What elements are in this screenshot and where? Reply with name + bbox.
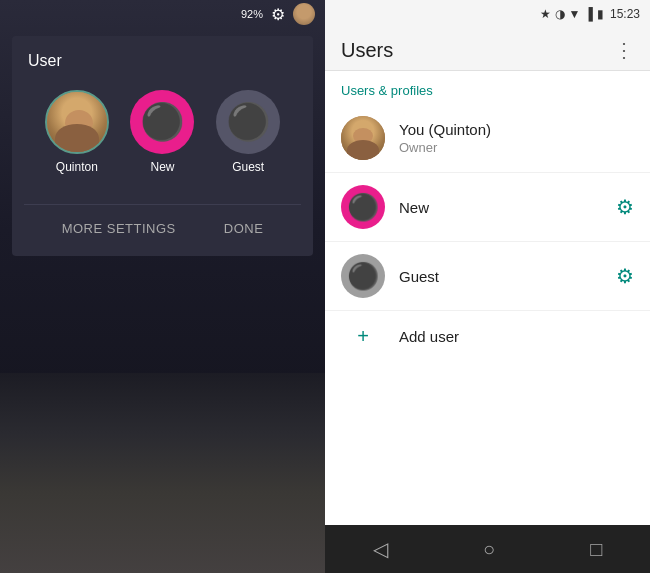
- guest-list-text: Guest: [399, 268, 616, 285]
- right-panel: ★ ◑ ▼ ▐ ▮ 15:23 Users ⋮ Users & profiles…: [325, 0, 650, 573]
- left-panel: 92% ⚙ User Quinton ⚫ New: [0, 0, 325, 573]
- bottom-nav: ◁ ○ □: [325, 525, 650, 573]
- content-area: Users & profiles You (Quinton) Owner ⚫ N…: [325, 71, 650, 525]
- quinton-list-name: You (Quinton): [399, 121, 634, 138]
- guest-gear-icon[interactable]: ⚙: [616, 264, 634, 288]
- page-title: Users: [341, 39, 393, 62]
- add-user-row[interactable]: + Add user: [325, 311, 650, 362]
- brightness-icon: ◑: [555, 7, 565, 21]
- user-item-guest[interactable]: ⚫ Guest: [216, 90, 280, 174]
- battery-indicator: 92%: [241, 8, 263, 20]
- more-options-button[interactable]: ⋮: [614, 38, 634, 62]
- status-bar-right: ★ ◑ ▼ ▐ ▮ 15:23: [325, 0, 650, 28]
- new-list-text: New: [399, 199, 616, 216]
- more-settings-button[interactable]: MORE SETTINGS: [58, 213, 180, 244]
- section-header: Users & profiles: [325, 71, 650, 104]
- quinton-list-sub: Owner: [399, 140, 634, 155]
- guest-list-person-icon: ⚫: [347, 261, 379, 292]
- status-icons: ★ ◑ ▼ ▐ ▮: [540, 7, 604, 21]
- users-row: Quinton ⚫ New ⚫ Guest: [24, 90, 301, 174]
- guest-list-name: Guest: [399, 268, 616, 285]
- top-bar: Users ⋮: [325, 28, 650, 71]
- list-item-guest[interactable]: ⚫ Guest ⚙: [325, 242, 650, 311]
- battery-right-icon: ▮: [597, 7, 604, 21]
- new-list-avatar: ⚫: [341, 185, 385, 229]
- guest-avatar: ⚫: [216, 90, 280, 154]
- current-user-avatar-small[interactable]: [293, 3, 315, 25]
- new-list-name: New: [399, 199, 616, 216]
- time-display: 15:23: [610, 7, 640, 21]
- recents-button[interactable]: □: [574, 534, 618, 565]
- quinton-avatar: [45, 90, 109, 154]
- settings-gear-icon[interactable]: ⚙: [271, 5, 285, 24]
- signal-icon: ▐: [584, 7, 593, 21]
- star-icon: ★: [540, 7, 551, 21]
- list-item-quinton[interactable]: You (Quinton) Owner: [325, 104, 650, 173]
- user-item-new[interactable]: ⚫ New: [130, 90, 194, 174]
- quinton-list-avatar: [341, 116, 385, 160]
- new-avatar: ⚫: [130, 90, 194, 154]
- user-dialog: User Quinton ⚫ New ⚫ Guest: [12, 36, 313, 256]
- quinton-list-text: You (Quinton) Owner: [399, 121, 634, 155]
- user-item-quinton[interactable]: Quinton: [45, 90, 109, 174]
- owner-face: [341, 116, 385, 160]
- new-list-person-icon: ⚫: [347, 192, 379, 223]
- wifi-icon: ▼: [569, 7, 581, 21]
- done-button[interactable]: DONE: [220, 213, 268, 244]
- guest-label: Guest: [232, 160, 264, 174]
- dialog-actions: MORE SETTINGS DONE: [24, 204, 301, 244]
- avatar-face: [293, 3, 315, 25]
- quinton-face: [47, 92, 107, 152]
- new-label: New: [150, 160, 174, 174]
- quinton-label: Quinton: [56, 160, 98, 174]
- guest-person-icon: ⚫: [226, 104, 271, 140]
- guest-list-avatar: ⚫: [341, 254, 385, 298]
- list-item-new[interactable]: ⚫ New ⚙: [325, 173, 650, 242]
- status-bar-left: 92% ⚙: [0, 0, 325, 28]
- home-button[interactable]: ○: [467, 534, 511, 565]
- dialog-title: User: [24, 52, 301, 70]
- add-user-plus-icon: +: [341, 325, 385, 348]
- add-user-label: Add user: [399, 328, 459, 345]
- back-button[interactable]: ◁: [357, 533, 404, 565]
- new-person-icon: ⚫: [140, 104, 185, 140]
- new-gear-icon[interactable]: ⚙: [616, 195, 634, 219]
